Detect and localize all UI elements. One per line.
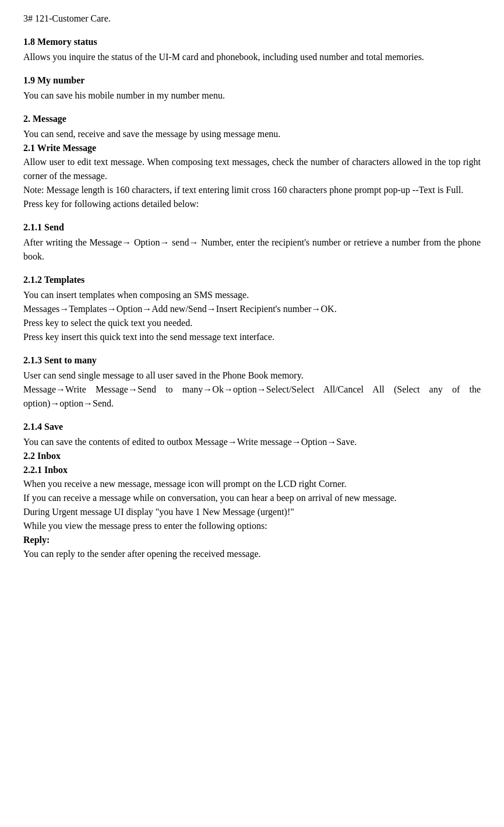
section-2-1-2-body2: Messages→Templates→Option→Add new/Send→I… [23,302,481,316]
section-2-1-2: 2.1.2 Templates You can insert templates… [23,273,481,344]
section-1-8-heading: 1.8 Memory status [23,35,481,49]
section-2-1-2-press1: Press key to select the quick text you n… [23,316,481,330]
section-2-1-4-heading: 2.1.4 Save [23,420,481,434]
section-2-2-heading: 2.2 Inbox [23,449,481,463]
section-2-1-heading: 2.1 Write Message [23,141,481,155]
intro-text: 3# 121-Customer Care. [23,12,481,26]
section-2-1-2-body1: You can insert templates when composing … [23,288,481,302]
section-2-2-1-heading: 2.2.1 Inbox [23,463,481,477]
section-2: 2. Message You can send, receive and sav… [23,112,481,211]
section-2-1-1-body: After writing the Message→ Option→ send→… [23,236,481,264]
section-1-8-body: Allows you inquire the status of the UI-… [23,50,481,64]
section-2-1-press: Press key for following actions detailed… [23,197,481,211]
reply-body: You can reply to the sender after openin… [23,547,481,561]
section-1-9-body: You can save his mobile number in my num… [23,89,481,103]
intro-line: 3# 121-Customer Care. [23,12,481,26]
section-2-heading: 2. Message [23,112,481,126]
section-2-2-1-body1: When you receive a new message, message … [23,477,481,491]
reply-heading: Reply: [23,533,481,547]
section-2-1-3: 2.1.3 Sent to many User can send single … [23,353,481,411]
section-1-8: 1.8 Memory status Allows you inquire the… [23,35,481,64]
section-2-1-2-heading: 2.1.2 Templates [23,273,481,287]
section-2-2-1-body3: During Urgent message UI display "you ha… [23,505,481,519]
section-2-1-3-heading: 2.1.3 Sent to many [23,353,481,367]
section-2-1-1: 2.1.1 Send After writing the Message→ Op… [23,220,481,264]
section-1-9: 1.9 My number You can save his mobile nu… [23,73,481,103]
section-2-1-note: Note: Message length is 160 characters, … [23,183,481,197]
section-2-1-4: 2.1.4 Save You can save the contents of … [23,420,481,561]
section-2-body: You can send, receive and save the messa… [23,127,481,141]
section-2-1-3-body1: User can send single message to all user… [23,369,481,383]
section-2-1-1-heading: 2.1.1 Send [23,220,481,234]
section-1-9-heading: 1.9 My number [23,73,481,87]
page-content: 3# 121-Customer Care. 1.8 Memory status … [23,12,481,561]
section-2-1-3-body2: Message→Write Message→Send to many→Ok→op… [23,383,481,411]
section-2-2-1-body4: While you view the message press to ente… [23,519,481,533]
section-2-2-1-body2: If you can receive a message while on co… [23,491,481,505]
section-2-1-2-press2: Press key insert this quick text into th… [23,330,481,344]
section-2-1-4-body: You can save the contents of edited to o… [23,435,481,449]
section-2-1-body: Allow user to edit text message. When co… [23,155,481,183]
